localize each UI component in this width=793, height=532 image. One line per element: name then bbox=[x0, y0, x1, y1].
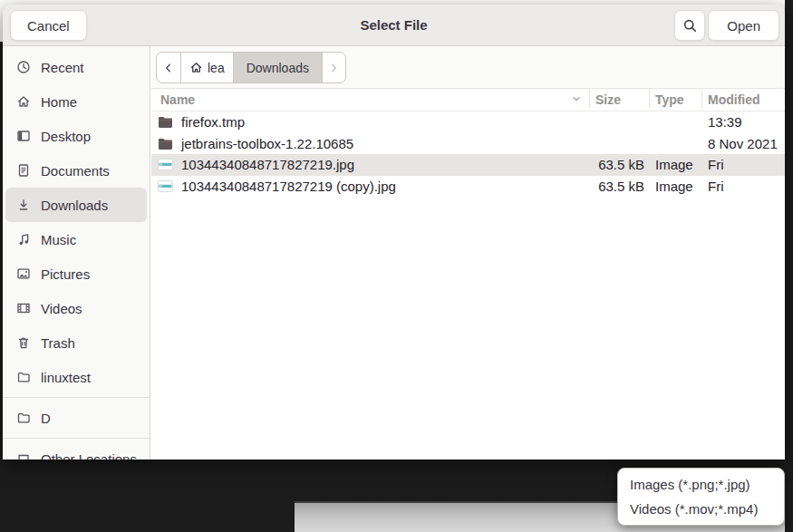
search-icon bbox=[682, 18, 698, 34]
sidebar-item-documents[interactable]: Documents bbox=[5, 153, 147, 188]
sidebar-separator bbox=[3, 438, 150, 439]
file-size: 63.5 kB bbox=[568, 176, 644, 198]
folder-icon bbox=[158, 138, 173, 150]
sidebar-item-trash[interactable]: Trash bbox=[5, 325, 147, 360]
sidebar-item-home[interactable]: Home bbox=[5, 84, 147, 119]
file-modified: 13:39 bbox=[708, 111, 742, 133]
sidebar-item-label: Trash bbox=[41, 335, 75, 351]
sidebar-item-other-locations[interactable]: Other Locations bbox=[5, 441, 147, 459]
sidebar-separator bbox=[3, 397, 150, 398]
sidebar-item-label: Other Locations bbox=[41, 451, 137, 460]
sidebar-item-label: Music bbox=[41, 232, 76, 247]
sidebar-item-d[interactable]: D bbox=[5, 401, 147, 435]
column-header-name[interactable]: Name bbox=[160, 89, 195, 111]
file-size: 63.5 kB bbox=[568, 154, 644, 176]
column-divider bbox=[649, 89, 650, 109]
file-modified: Fri bbox=[708, 154, 724, 176]
file-modified: 8 Nov 2021 bbox=[708, 133, 778, 155]
chevron-left-icon bbox=[162, 62, 175, 74]
sidebar-item-label: Videos bbox=[41, 301, 82, 316]
folder-icon bbox=[16, 370, 31, 384]
breadcrumb-home-segment[interactable]: lea bbox=[180, 53, 233, 82]
filter-option-videos[interactable]: Videos (*.mov;*.mp4) bbox=[618, 497, 784, 521]
sidebar-item-label: D bbox=[41, 411, 51, 426]
filter-option-images[interactable]: Images (*.png;*.jpg) bbox=[618, 472, 784, 497]
sidebar-item-music[interactable]: Music bbox=[5, 222, 147, 256]
file-name: firefox.tmp bbox=[181, 111, 245, 133]
file-row-firefox-tmp[interactable]: firefox.tmp 13:39 bbox=[151, 111, 785, 133]
recent-clock-icon bbox=[16, 60, 31, 74]
column-divider bbox=[701, 89, 702, 109]
list-column-headers: Name Size Type Modified bbox=[151, 89, 785, 111]
sort-chevron-down-icon[interactable] bbox=[570, 92, 583, 105]
document-icon bbox=[16, 163, 31, 178]
file-list: firefox.tmp 13:39 jetbrains-toolbox-1.22… bbox=[151, 111, 785, 197]
folder-icon bbox=[158, 116, 173, 129]
file-name: jetbrains-toolbox-1.22.10685 bbox=[181, 133, 353, 155]
sidebar-item-label: linuxtest bbox=[41, 370, 91, 385]
breadcrumb-home-label: lea bbox=[208, 61, 225, 75]
file-row-jpg-selected[interactable]: 10344340848717827219.jpg 63.5 kB Image F… bbox=[151, 154, 785, 176]
sidebar-item-label: Pictures bbox=[41, 266, 90, 282]
breadcrumb: lea Downloads bbox=[156, 52, 346, 83]
sidebar-item-label: Documents bbox=[41, 163, 110, 179]
picture-icon bbox=[16, 266, 31, 281]
sidebar-item-videos[interactable]: Videos bbox=[5, 291, 147, 325]
sidebar-item-recent[interactable]: Recent bbox=[5, 50, 147, 84]
sidebar-item-desktop[interactable]: Desktop bbox=[5, 119, 147, 153]
image-file-icon bbox=[158, 180, 173, 192]
home-icon bbox=[189, 61, 203, 74]
chevron-right-icon bbox=[327, 62, 340, 74]
sidebar-item-label: Downloads bbox=[41, 198, 108, 213]
breadcrumb-forward-button[interactable] bbox=[322, 53, 345, 82]
header-bar: Select File Cancel Open bbox=[3, 5, 785, 46]
column-header-size[interactable]: Size bbox=[595, 89, 621, 111]
places-sidebar: Recent Home Desktop Documents Downloads bbox=[3, 46, 150, 459]
file-row-jpg-copy[interactable]: 10344340848717827219 (copy).jpg 63.5 kB … bbox=[151, 176, 785, 198]
trash-icon bbox=[16, 335, 31, 350]
other-locations-icon bbox=[16, 451, 31, 459]
sidebar-item-downloads[interactable]: Downloads bbox=[5, 188, 147, 222]
window-right-edge bbox=[785, 0, 793, 532]
sidebar-item-label: Recent bbox=[41, 60, 84, 75]
sidebar-item-label: Desktop bbox=[41, 129, 91, 144]
sidebar-item-label: Home bbox=[41, 94, 77, 110]
file-chooser-dialog: Select File Cancel Open Recent Home bbox=[3, 5, 785, 459]
sidebar-item-pictures[interactable]: Pictures bbox=[5, 256, 147, 291]
open-button[interactable]: Open bbox=[708, 10, 779, 41]
breadcrumb-current-label: Downloads bbox=[247, 61, 309, 75]
file-name: 10344340848717827219 (copy).jpg bbox=[181, 176, 396, 198]
path-bar: lea Downloads bbox=[151, 46, 785, 89]
breadcrumb-current-segment[interactable]: Downloads bbox=[233, 53, 322, 82]
image-file-icon bbox=[158, 159, 173, 170]
music-note-icon bbox=[16, 232, 31, 247]
file-type: Image bbox=[655, 154, 693, 176]
desktop-icon bbox=[16, 129, 31, 143]
search-button[interactable] bbox=[674, 10, 705, 41]
file-modified: Fri bbox=[708, 176, 724, 198]
column-header-type[interactable]: Type bbox=[655, 89, 684, 111]
home-icon bbox=[16, 94, 31, 109]
file-row-jetbrains-toolbox[interactable]: jetbrains-toolbox-1.22.10685 8 Nov 2021 bbox=[151, 133, 785, 155]
file-filter-dropdown: Images (*.png;*.jpg) Videos (*.mov;*.mp4… bbox=[617, 468, 785, 526]
file-name: 10344340848717827219.jpg bbox=[181, 154, 354, 176]
file-type: Image bbox=[655, 176, 693, 198]
column-header-modified[interactable]: Modified bbox=[708, 89, 760, 111]
cancel-button[interactable]: Cancel bbox=[10, 10, 87, 41]
sidebar-item-linuxtest[interactable]: linuxtest bbox=[5, 360, 147, 394]
breadcrumb-back-button[interactable] bbox=[157, 53, 180, 82]
film-icon bbox=[16, 301, 31, 315]
download-icon bbox=[16, 198, 31, 212]
file-list-pane: lea Downloads Name Size Type bbox=[151, 46, 785, 459]
dialog-title: Select File bbox=[3, 5, 785, 46]
column-divider bbox=[589, 89, 590, 109]
folder-icon bbox=[16, 411, 31, 425]
